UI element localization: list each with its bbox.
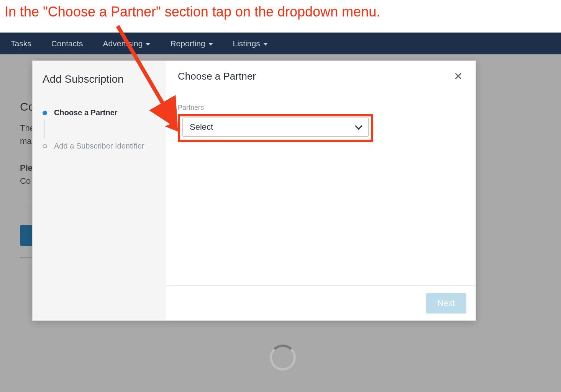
modal-body: Partners Select: [166, 92, 476, 285]
modal-title: Choose a Partner: [178, 70, 256, 82]
next-button[interactable]: Next: [426, 293, 466, 314]
step-label: Add a Subscriber Identifier: [54, 142, 144, 150]
nav-item-reporting[interactable]: Reporting: [170, 39, 213, 48]
nav-item-tasks[interactable]: Tasks: [11, 39, 31, 48]
close-button[interactable]: ✕: [454, 71, 463, 82]
partners-field-label: Partners: [178, 104, 464, 112]
chevron-down-icon: [263, 43, 268, 46]
loading-spinner-icon: [270, 345, 296, 371]
instruction-text: In the "Choose a Partner" section tap on…: [5, 4, 556, 20]
nav-label: Advertising: [103, 39, 143, 48]
chevron-down-icon: [146, 43, 150, 46]
nav-label: Reporting: [170, 39, 205, 48]
step-choose-partner[interactable]: Choose a Partner: [43, 106, 157, 119]
nav-item-advertising[interactable]: Advertising: [103, 39, 151, 48]
chevron-down-icon: [355, 122, 363, 130]
nav-label: Listings: [233, 39, 260, 48]
nav-label: Contacts: [51, 39, 83, 48]
instruction-banner: In the "Choose a Partner" section tap on…: [0, 0, 561, 33]
top-nav: Tasks Contacts Advertising Reporting Lis…: [0, 33, 561, 54]
partners-dropdown[interactable]: Select: [182, 118, 369, 137]
step-connector: [44, 119, 45, 139]
step-dot-icon: [43, 111, 47, 115]
modal-header: Choose a Partner ✕: [166, 61, 476, 92]
close-icon: ✕: [454, 70, 463, 82]
annotation-highlight-box: Select: [178, 114, 373, 142]
nav-item-contacts[interactable]: Contacts: [51, 39, 83, 48]
step-list: Choose a Partner Add a Subscriber Identi…: [43, 106, 157, 153]
step-dot-icon: [43, 144, 47, 148]
add-subscription-modal: Add Subscription Choose a Partner Add a …: [32, 60, 476, 321]
nav-label: Tasks: [11, 39, 31, 48]
step-label: Choose a Partner: [54, 108, 118, 117]
dropdown-selected-value: Select: [190, 122, 213, 132]
chevron-down-icon: [208, 43, 213, 46]
modal-sidebar: Add Subscription Choose a Partner Add a …: [33, 61, 166, 320]
step-add-subscriber-identifier[interactable]: Add a Subscriber Identifier: [43, 139, 157, 153]
modal-footer: Next: [166, 285, 476, 320]
modal-main: Choose a Partner ✕ Partners Select Next: [166, 61, 476, 320]
modal-sidebar-title: Add Subscription: [43, 73, 157, 85]
nav-item-listings[interactable]: Listings: [233, 39, 268, 48]
